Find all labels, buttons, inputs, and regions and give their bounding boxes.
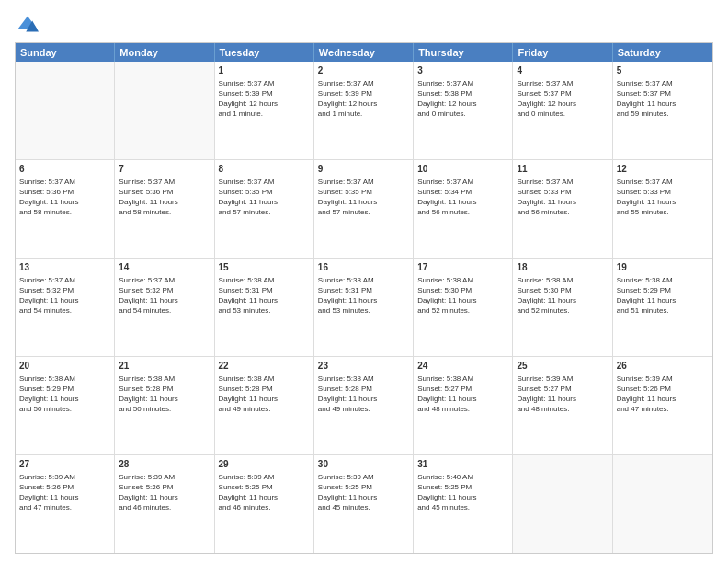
calendar-cell: 21Sunrise: 5:38 AM Sunset: 5:28 PM Dayli… xyxy=(115,357,214,454)
day-number: 29 xyxy=(219,458,310,471)
day-number: 25 xyxy=(517,360,608,373)
calendar-week: 20Sunrise: 5:38 AM Sunset: 5:29 PM Dayli… xyxy=(16,357,712,455)
cell-content: Sunrise: 5:37 AM Sunset: 5:32 PM Dayligh… xyxy=(19,275,110,316)
cell-content: Sunrise: 5:38 AM Sunset: 5:28 PM Dayligh… xyxy=(318,373,409,415)
cell-content: Sunrise: 5:38 AM Sunset: 5:30 PM Dayligh… xyxy=(417,275,508,316)
cell-content: Sunrise: 5:38 AM Sunset: 5:30 PM Dayligh… xyxy=(517,275,608,316)
calendar-cell: 25Sunrise: 5:39 AM Sunset: 5:27 PM Dayli… xyxy=(513,357,612,454)
cell-content: Sunrise: 5:37 AM Sunset: 5:39 PM Dayligh… xyxy=(219,78,310,120)
day-number: 31 xyxy=(417,458,508,471)
calendar-cell: 17Sunrise: 5:38 AM Sunset: 5:30 PM Dayli… xyxy=(414,259,513,356)
day-number: 7 xyxy=(119,163,210,176)
day-number: 3 xyxy=(417,64,508,77)
day-number: 16 xyxy=(318,261,409,274)
calendar-cell: 13Sunrise: 5:37 AM Sunset: 5:32 PM Dayli… xyxy=(16,259,115,356)
cell-content: Sunrise: 5:38 AM Sunset: 5:31 PM Dayligh… xyxy=(219,275,310,316)
calendar-cell: 31Sunrise: 5:40 AM Sunset: 5:25 PM Dayli… xyxy=(414,455,513,553)
day-number: 4 xyxy=(517,64,608,77)
calendar-week: 13Sunrise: 5:37 AM Sunset: 5:32 PM Dayli… xyxy=(16,259,712,357)
calendar-cell xyxy=(513,455,612,553)
calendar-cell: 20Sunrise: 5:38 AM Sunset: 5:29 PM Dayli… xyxy=(16,357,115,454)
day-number: 6 xyxy=(19,163,110,176)
calendar-cell: 19Sunrise: 5:38 AM Sunset: 5:29 PM Dayli… xyxy=(613,259,712,356)
calendar: SundayMondayTuesdayWednesdayThursdayFrid… xyxy=(15,42,713,554)
day-number: 9 xyxy=(318,163,409,176)
calendar-cell: 8Sunrise: 5:37 AM Sunset: 5:35 PM Daylig… xyxy=(215,160,314,258)
calendar-header-cell: Tuesday xyxy=(215,43,314,62)
calendar-cell: 9Sunrise: 5:37 AM Sunset: 5:35 PM Daylig… xyxy=(314,160,414,258)
cell-content: Sunrise: 5:37 AM Sunset: 5:35 PM Dayligh… xyxy=(219,177,310,218)
calendar-cell: 23Sunrise: 5:38 AM Sunset: 5:28 PM Dayli… xyxy=(314,357,414,454)
calendar-cell xyxy=(115,62,214,159)
day-number: 8 xyxy=(219,163,310,176)
calendar-header-cell: Friday xyxy=(513,43,612,62)
calendar-header-cell: Monday xyxy=(115,43,214,62)
cell-content: Sunrise: 5:38 AM Sunset: 5:28 PM Dayligh… xyxy=(119,373,210,415)
cell-content: Sunrise: 5:39 AM Sunset: 5:26 PM Dayligh… xyxy=(119,472,210,513)
day-number: 26 xyxy=(617,360,709,373)
day-number: 24 xyxy=(417,360,508,373)
calendar-week: 27Sunrise: 5:39 AM Sunset: 5:26 PM Dayli… xyxy=(16,455,712,553)
calendar-cell: 5Sunrise: 5:37 AM Sunset: 5:37 PM Daylig… xyxy=(613,62,712,159)
calendar-cell: 10Sunrise: 5:37 AM Sunset: 5:34 PM Dayli… xyxy=(414,160,513,258)
cell-content: Sunrise: 5:37 AM Sunset: 5:39 PM Dayligh… xyxy=(318,78,409,120)
calendar-header: SundayMondayTuesdayWednesdayThursdayFrid… xyxy=(16,43,712,62)
cell-content: Sunrise: 5:38 AM Sunset: 5:29 PM Dayligh… xyxy=(617,275,709,316)
calendar-cell: 7Sunrise: 5:37 AM Sunset: 5:36 PM Daylig… xyxy=(115,160,214,258)
calendar-header-cell: Thursday xyxy=(414,43,513,62)
cell-content: Sunrise: 5:37 AM Sunset: 5:38 PM Dayligh… xyxy=(417,78,508,120)
day-number: 23 xyxy=(318,360,409,373)
calendar-cell: 2Sunrise: 5:37 AM Sunset: 5:39 PM Daylig… xyxy=(314,62,414,159)
cell-content: Sunrise: 5:39 AM Sunset: 5:27 PM Dayligh… xyxy=(517,373,608,415)
cell-content: Sunrise: 5:39 AM Sunset: 5:25 PM Dayligh… xyxy=(219,472,310,513)
cell-content: Sunrise: 5:38 AM Sunset: 5:28 PM Dayligh… xyxy=(219,373,310,415)
header xyxy=(15,13,713,35)
cell-content: Sunrise: 5:39 AM Sunset: 5:26 PM Dayligh… xyxy=(617,373,709,415)
day-number: 19 xyxy=(617,261,709,274)
calendar-header-cell: Wednesday xyxy=(314,43,414,62)
calendar-cell: 1Sunrise: 5:37 AM Sunset: 5:39 PM Daylig… xyxy=(215,62,314,159)
calendar-cell: 26Sunrise: 5:39 AM Sunset: 5:26 PM Dayli… xyxy=(613,357,712,454)
calendar-cell: 6Sunrise: 5:37 AM Sunset: 5:36 PM Daylig… xyxy=(16,160,115,258)
cell-content: Sunrise: 5:37 AM Sunset: 5:33 PM Dayligh… xyxy=(517,177,608,218)
calendar-header-cell: Sunday xyxy=(16,43,115,62)
calendar-cell xyxy=(613,455,712,553)
calendar-body: 1Sunrise: 5:37 AM Sunset: 5:39 PM Daylig… xyxy=(16,62,712,553)
day-number: 15 xyxy=(219,261,310,274)
day-number: 20 xyxy=(19,360,110,373)
cell-content: Sunrise: 5:38 AM Sunset: 5:31 PM Dayligh… xyxy=(318,275,409,316)
cell-content: Sunrise: 5:37 AM Sunset: 5:35 PM Dayligh… xyxy=(318,177,409,218)
day-number: 17 xyxy=(417,261,508,274)
calendar-cell: 18Sunrise: 5:38 AM Sunset: 5:30 PM Dayli… xyxy=(513,259,612,356)
cell-content: Sunrise: 5:39 AM Sunset: 5:26 PM Dayligh… xyxy=(19,472,110,513)
cell-content: Sunrise: 5:37 AM Sunset: 5:32 PM Dayligh… xyxy=(119,275,210,316)
day-number: 30 xyxy=(318,458,409,471)
logo xyxy=(15,13,44,35)
calendar-week: 6Sunrise: 5:37 AM Sunset: 5:36 PM Daylig… xyxy=(16,160,712,259)
calendar-week: 1Sunrise: 5:37 AM Sunset: 5:39 PM Daylig… xyxy=(16,62,712,160)
day-number: 11 xyxy=(517,163,608,176)
day-number: 2 xyxy=(318,64,409,77)
calendar-cell: 14Sunrise: 5:37 AM Sunset: 5:32 PM Dayli… xyxy=(115,259,214,356)
calendar-cell: 3Sunrise: 5:37 AM Sunset: 5:38 PM Daylig… xyxy=(414,62,513,159)
cell-content: Sunrise: 5:38 AM Sunset: 5:29 PM Dayligh… xyxy=(19,373,110,415)
cell-content: Sunrise: 5:38 AM Sunset: 5:27 PM Dayligh… xyxy=(417,373,508,415)
cell-content: Sunrise: 5:37 AM Sunset: 5:37 PM Dayligh… xyxy=(617,78,709,120)
calendar-cell: 30Sunrise: 5:39 AM Sunset: 5:25 PM Dayli… xyxy=(314,455,414,553)
day-number: 1 xyxy=(219,64,310,77)
day-number: 14 xyxy=(119,261,210,274)
cell-content: Sunrise: 5:37 AM Sunset: 5:36 PM Dayligh… xyxy=(119,177,210,218)
calendar-cell xyxy=(16,62,115,159)
calendar-cell: 27Sunrise: 5:39 AM Sunset: 5:26 PM Dayli… xyxy=(16,455,115,553)
page: SundayMondayTuesdayWednesdayThursdayFrid… xyxy=(0,0,728,563)
calendar-cell: 12Sunrise: 5:37 AM Sunset: 5:33 PM Dayli… xyxy=(613,160,712,258)
calendar-cell: 15Sunrise: 5:38 AM Sunset: 5:31 PM Dayli… xyxy=(215,259,314,356)
logo-icon xyxy=(15,13,40,35)
cell-content: Sunrise: 5:39 AM Sunset: 5:25 PM Dayligh… xyxy=(318,472,409,513)
calendar-cell: 22Sunrise: 5:38 AM Sunset: 5:28 PM Dayli… xyxy=(215,357,314,454)
calendar-cell: 16Sunrise: 5:38 AM Sunset: 5:31 PM Dayli… xyxy=(314,259,414,356)
calendar-cell: 29Sunrise: 5:39 AM Sunset: 5:25 PM Dayli… xyxy=(215,455,314,553)
cell-content: Sunrise: 5:37 AM Sunset: 5:34 PM Dayligh… xyxy=(417,177,508,218)
day-number: 28 xyxy=(119,458,210,471)
calendar-cell: 24Sunrise: 5:38 AM Sunset: 5:27 PM Dayli… xyxy=(414,357,513,454)
